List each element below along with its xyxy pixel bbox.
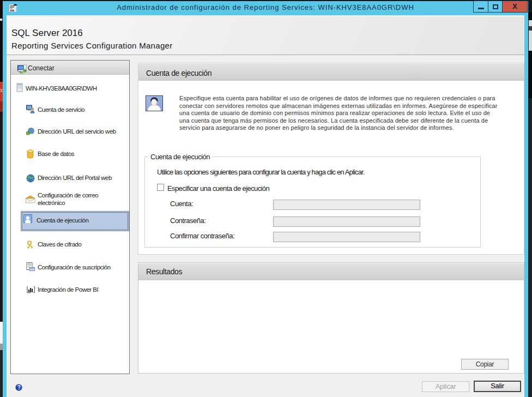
svg-text:?: ? xyxy=(17,384,21,390)
